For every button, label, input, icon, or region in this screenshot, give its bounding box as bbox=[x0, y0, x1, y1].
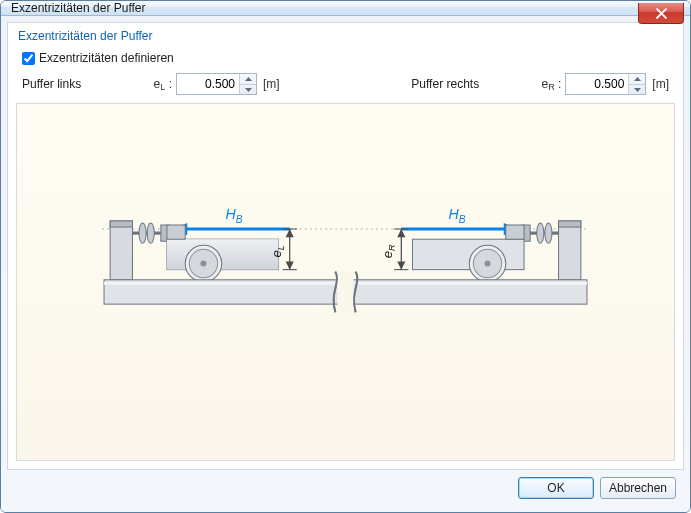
svg-rect-5 bbox=[110, 221, 132, 280]
svg-point-8 bbox=[139, 223, 146, 243]
diagram-er-dim: eR bbox=[380, 229, 408, 270]
diagram-svg: HB HB bbox=[31, 118, 660, 446]
diagram-panel: HB HB bbox=[16, 103, 675, 461]
svg-point-15 bbox=[200, 261, 206, 267]
define-eccentricities-label: Exzentrizitäten definieren bbox=[39, 51, 174, 65]
right-symbol: eR : bbox=[539, 77, 561, 91]
chevron-down-icon bbox=[245, 88, 252, 92]
svg-rect-12 bbox=[167, 240, 279, 270]
ok-button[interactable]: OK bbox=[518, 477, 594, 499]
svg-marker-39 bbox=[397, 262, 405, 270]
right-value-spinner[interactable] bbox=[565, 73, 646, 95]
dialog-window: Exzentrizitäten der Puffer Exzentrizität… bbox=[0, 0, 691, 513]
svg-rect-17 bbox=[559, 221, 581, 280]
define-eccentricities-input[interactable] bbox=[22, 52, 35, 65]
left-buffer-group: Puffer links eL : [m] bbox=[22, 73, 280, 95]
svg-rect-18 bbox=[559, 221, 581, 227]
svg-rect-30 bbox=[337, 272, 353, 313]
section-title: Exzentrizitäten der Puffer bbox=[18, 29, 675, 43]
left-spinner-arrows bbox=[239, 74, 256, 94]
window-title: Exzentrizitäten der Puffer bbox=[11, 1, 146, 15]
hb-right-label: HB bbox=[449, 206, 466, 225]
svg-point-26 bbox=[484, 261, 490, 267]
right-buffer-label: Puffer rechts bbox=[411, 77, 491, 91]
left-unit: [m] bbox=[263, 77, 280, 91]
chevron-up-icon bbox=[245, 77, 252, 81]
right-unit: [m] bbox=[652, 77, 669, 91]
right-spin-up[interactable] bbox=[629, 74, 645, 84]
right-spin-down[interactable] bbox=[629, 84, 645, 95]
left-buffer-label: Puffer links bbox=[22, 77, 102, 91]
parameter-row: Puffer links eL : [m] bbox=[22, 73, 669, 95]
svg-rect-27 bbox=[506, 225, 524, 239]
title-bar: Exzentrizitäten der Puffer bbox=[1, 1, 690, 16]
svg-rect-23 bbox=[412, 240, 524, 270]
left-value-input[interactable] bbox=[177, 74, 239, 94]
svg-rect-6 bbox=[110, 221, 132, 227]
right-value-input[interactable] bbox=[566, 74, 628, 94]
svg-rect-16 bbox=[167, 225, 185, 239]
button-row: OK Abbrechen bbox=[7, 470, 684, 506]
client-area: Exzentrizitäten der Puffer Exzentrizität… bbox=[1, 16, 690, 512]
cancel-button[interactable]: Abbrechen bbox=[600, 477, 676, 499]
svg-point-21 bbox=[537, 223, 544, 243]
svg-point-9 bbox=[147, 223, 154, 243]
right-spinner-arrows bbox=[628, 74, 645, 94]
content-panel: Exzentrizitäten der Puffer Exzentrizität… bbox=[7, 22, 684, 470]
chevron-up-icon bbox=[634, 77, 641, 81]
left-value-spinner[interactable] bbox=[176, 73, 257, 95]
define-eccentricities-checkbox[interactable]: Exzentrizitäten definieren bbox=[22, 51, 675, 65]
hb-left-label: HB bbox=[225, 206, 242, 225]
chevron-down-icon bbox=[634, 88, 641, 92]
left-spin-up[interactable] bbox=[240, 74, 256, 84]
right-buffer-group: Puffer rechts eR : [m] bbox=[411, 73, 669, 95]
svg-text:eR: eR bbox=[380, 244, 397, 258]
left-spin-down[interactable] bbox=[240, 84, 256, 95]
close-icon bbox=[656, 8, 667, 19]
svg-marker-33 bbox=[286, 262, 294, 270]
close-button[interactable] bbox=[638, 3, 684, 24]
left-symbol: eL : bbox=[150, 77, 172, 91]
svg-point-20 bbox=[545, 223, 552, 243]
